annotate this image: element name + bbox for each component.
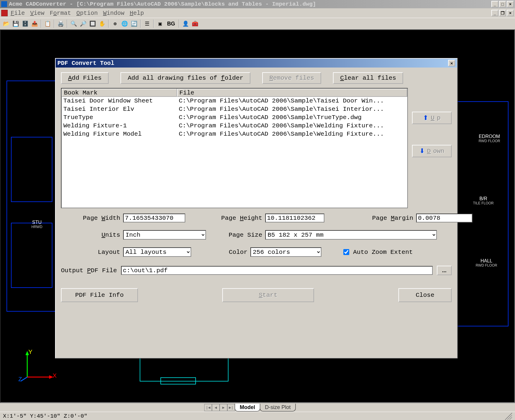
zoom-in-icon[interactable]: 🔎 [79, 19, 88, 28]
menu-window[interactable]: Window [103, 10, 124, 17]
output-file-input[interactable] [121, 266, 433, 275]
add-files-button[interactable]: Add Files [61, 72, 109, 84]
cell-file: C:\Program Files\AutoCAD 2006\Sample\Wel… [177, 130, 407, 138]
label-page-size: Page Size [206, 232, 265, 238]
menu-view[interactable]: View [30, 10, 44, 17]
open-icon[interactable]: 📂 [2, 19, 11, 28]
room-label-br: B/RTILE FLOOR [473, 196, 494, 205]
cell-file: C:\Program Files\AutoCAD 2006\Sample\Tru… [177, 113, 407, 122]
page-height-input[interactable] [265, 214, 324, 222]
auto-zoom-checkbox[interactable]: Auto Zoom Extent [342, 248, 452, 256]
move-up-button[interactable]: ⬆Up [412, 112, 452, 124]
menu-option[interactable]: Option [76, 10, 98, 17]
dialog-title: PDF Convert Tool [57, 60, 114, 67]
browse-button[interactable]: ... [437, 266, 452, 275]
tab-nav-first-icon[interactable]: |◀ [204, 404, 212, 411]
window-close-button[interactable]: × [507, 1, 514, 7]
layers-icon[interactable]: ☰ [143, 19, 152, 28]
zoom-all-icon[interactable]: 🌐 [120, 19, 129, 28]
color-select[interactable]: 256 colors [250, 247, 321, 257]
layout-select[interactable]: All layouts [123, 247, 191, 257]
save-icon[interactable]: 💾 [11, 19, 20, 28]
clear-all-button[interactable]: Clear all files [333, 72, 403, 84]
room-label-study: STUHRWD [31, 220, 42, 229]
move-down-button[interactable]: ⬇Down [412, 145, 452, 157]
table-row[interactable]: Welding Fixture ModelC:\Program Files\Au… [62, 130, 407, 138]
layout-tabstrip: |◀ ◀ ▶ ▶| Model D-size Plot [0, 403, 515, 412]
about-icon[interactable]: 👤 [181, 19, 190, 28]
dialog-titlebar[interactable]: PDF Convert Tool × [56, 59, 457, 68]
dialog-close-button[interactable]: × [448, 60, 455, 66]
menubar: File View Format Option Window Help _ ❐ … [0, 8, 515, 18]
window-maximize-button[interactable]: □ [499, 1, 506, 7]
arrow-up-icon: ⬆ [423, 114, 428, 122]
room-label-hall: HALLRWD FLOOR [476, 258, 497, 267]
save-as-icon[interactable]: 🗄️ [21, 19, 30, 28]
room-label-bedroom: EDROOMRWD FLOOR [479, 134, 500, 143]
menu-format[interactable]: Format [50, 10, 71, 17]
regen-icon[interactable]: 🔄 [130, 19, 139, 28]
column-bookmark[interactable]: Book Mark [62, 89, 177, 97]
pan-icon[interactable]: ✋ [98, 19, 107, 28]
column-file[interactable]: File [177, 89, 407, 97]
mdi-close-button[interactable]: × [507, 10, 514, 16]
label-layout: Layout [61, 249, 123, 256]
menu-help[interactable]: Help [130, 10, 144, 17]
start-button[interactable]: Start [222, 288, 314, 302]
tab-nav-last-icon[interactable]: ▶| [227, 404, 235, 411]
fullscreen-icon[interactable]: ▣ [156, 19, 165, 28]
pdf-file-info-button[interactable]: PDF File Info [61, 288, 138, 302]
arrow-down-icon: ⬇ [419, 147, 425, 155]
label-page-width: Page Width [61, 215, 123, 222]
toolbar: 📂 💾 🗄️ 📤 📋 🖨️ 🔍 🔎 🔲 ✋ ⊕ 🌐 🔄 ☰ ▣ BG 👤 🧰 [0, 18, 515, 30]
app-title: Acme CADConverter - [C:\Program Files\Au… [9, 1, 491, 7]
page-width-input[interactable] [123, 214, 185, 222]
mdi-doc-icon [1, 10, 8, 16]
pdf-convert-dialog: PDF Convert Tool × Add Files Add all dra… [55, 58, 458, 358]
background-button[interactable]: BG [165, 19, 177, 28]
label-units: Units [61, 232, 123, 238]
axes-gizmo: Y X Z [18, 350, 54, 384]
mdi-minimize-button[interactable]: _ [491, 10, 498, 16]
auto-zoom-checkbox-input[interactable] [343, 249, 349, 255]
mdi-restore-button[interactable]: ❐ [499, 10, 506, 16]
table-row[interactable]: Taisei Door Window SheetC:\Program Files… [62, 97, 407, 105]
copy-icon[interactable]: 📋 [43, 19, 52, 28]
cell-bookmark: Taisei Interior Elv [62, 105, 177, 113]
add-folder-button[interactable]: Add all drawing files of folder [120, 72, 250, 84]
print-icon[interactable]: 🖨️ [56, 19, 65, 28]
menu-file[interactable]: File [11, 10, 25, 17]
cell-file: C:\Program Files\AutoCAD 2006\Sample\Tai… [177, 105, 407, 113]
table-row[interactable]: TrueTypeC:\Program Files\AutoCAD 2006\Sa… [62, 113, 407, 122]
file-listview[interactable]: Book Mark File Taisei Door Window SheetC… [61, 88, 408, 208]
statusbar: X:1'-5" Y:45'-10" Z:0'-0" [0, 412, 515, 420]
label-auto-zoom: Auto Zoom Extent [353, 249, 413, 256]
tab-nav-prev-icon[interactable]: ◀ [212, 404, 220, 411]
zoom-extents-icon[interactable]: ⊕ [111, 19, 120, 28]
status-coordinates: X:1'-5" Y:45'-10" Z:0'-0" [3, 413, 87, 419]
export-icon[interactable]: 📤 [30, 19, 39, 28]
table-row[interactable]: Taisei Interior ElvC:\Program Files\Auto… [62, 105, 407, 113]
page-margin-input[interactable] [416, 214, 472, 222]
cell-file: C:\Program Files\AutoCAD 2006\Sample\Tai… [177, 97, 407, 105]
zoom-out-icon[interactable]: 🔍 [69, 19, 78, 28]
label-page-height: Page Height [206, 215, 265, 222]
close-button[interactable]: Close [398, 288, 452, 302]
units-select[interactable]: Inch [123, 230, 206, 240]
cell-bookmark: Taisei Door Window Sheet [62, 97, 177, 105]
tab-dsize-plot[interactable]: D-size Plot [260, 404, 296, 411]
window-minimize-button[interactable]: _ [491, 1, 498, 7]
remove-files-button[interactable]: Remove files [262, 72, 321, 84]
cell-bookmark: TrueType [62, 113, 177, 122]
resize-grip-icon[interactable] [505, 413, 512, 420]
page-size-select[interactable]: B5 182 x 257 mm [265, 230, 437, 240]
app-titlebar: Acme CADConverter - [C:\Program Files\Au… [0, 0, 515, 8]
zoom-window-icon[interactable]: 🔲 [88, 19, 97, 28]
app-icon [1, 1, 7, 7]
table-row[interactable]: Welding Fixture-1C:\Program Files\AutoCA… [62, 122, 407, 130]
label-output: Output PDF File [61, 267, 117, 274]
pdf-tool-icon[interactable]: 🧰 [191, 19, 199, 28]
tab-nav-next-icon[interactable]: ▶ [220, 404, 227, 411]
cell-file: C:\Program Files\AutoCAD 2006\Sample\Wel… [177, 122, 407, 130]
tab-model[interactable]: Model [235, 404, 260, 411]
